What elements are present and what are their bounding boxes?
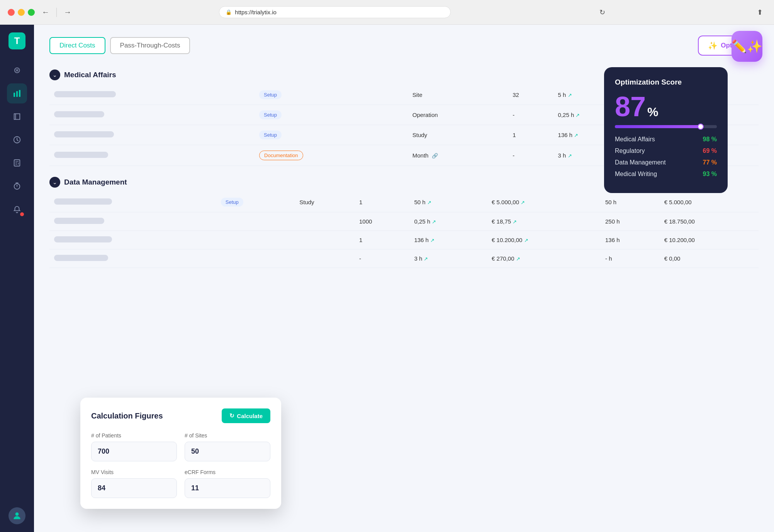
- sidebar-item-grid[interactable]: ⊛: [7, 60, 27, 80]
- tab-pass-through-costs[interactable]: Pass-Through-Costs: [110, 37, 190, 54]
- tab-bar: Direct Costs Pass-Through-Costs ✨ Optimi…: [34, 25, 774, 63]
- badge-setup: Setup: [221, 198, 243, 207]
- sidebar-item-timer[interactable]: [7, 176, 27, 196]
- maximize-button[interactable]: [28, 9, 35, 16]
- sidebar-item-chart[interactable]: [7, 83, 27, 103]
- cell-type: Study: [295, 192, 355, 212]
- patients-field: # of Patients: [91, 432, 177, 461]
- calc-fields-grid: # of Patients # of Sites MV Visits eCRF …: [91, 432, 270, 498]
- sidebar-item-clock[interactable]: [7, 130, 27, 150]
- cell-unit-price: € 270,00 ↗: [487, 249, 601, 268]
- score-label-regulatory: Regulatory: [615, 147, 645, 154]
- calculate-label: Calculate: [237, 413, 263, 419]
- cell-type: [295, 231, 355, 249]
- external-link-icon[interactable]: ↗: [521, 200, 525, 205]
- badge-documentation: Documentation: [259, 151, 303, 160]
- calculate-button[interactable]: ↻ Calculate: [222, 408, 270, 423]
- sites-input[interactable]: [185, 442, 270, 461]
- sidebar-item-calculator[interactable]: [7, 153, 27, 173]
- patients-label: # of Patients: [91, 432, 177, 439]
- link-icon[interactable]: 🔗: [432, 153, 438, 159]
- sidebar-item-book[interactable]: [7, 107, 27, 127]
- skeleton-bar: [54, 198, 112, 205]
- skeleton-bar: [54, 218, 104, 224]
- external-link-icon[interactable]: ↗: [568, 153, 572, 159]
- score-row-medical-writing: Medical Writing 93 %: [615, 171, 717, 178]
- main-content: Direct Costs Pass-Through-Costs ✨ Optimi…: [34, 25, 774, 532]
- section-collapse-icon[interactable]: ⌄: [49, 69, 60, 80]
- opt-score-bar-fill: [615, 125, 704, 128]
- cell-unit-price: € 18,75 ↗: [487, 212, 601, 231]
- table-row: - 3 h ↗ € 270,00 ↗ - h € 0,00: [49, 249, 759, 268]
- external-link-icon[interactable]: ↗: [430, 237, 435, 243]
- cell-qty: -: [355, 249, 409, 268]
- score-value-regulatory: 69 %: [703, 147, 717, 154]
- cell-qty: 1000: [355, 212, 409, 231]
- external-link-icon[interactable]: ↗: [513, 219, 517, 225]
- mv-visits-field: MV Visits: [91, 469, 177, 498]
- svg-point-6: [15, 512, 19, 516]
- mv-visits-label: MV Visits: [91, 469, 177, 475]
- score-label-medical-writing: Medical Writing: [615, 171, 657, 178]
- opt-score-bar: [615, 125, 717, 128]
- external-link-icon[interactable]: ↗: [516, 256, 520, 262]
- section-collapse-icon-dm[interactable]: ⌄: [49, 177, 60, 188]
- opt-score-title: Optimization Score: [615, 78, 717, 86]
- lock-icon: 🔒: [226, 9, 232, 15]
- external-link-icon[interactable]: ↗: [575, 112, 580, 118]
- minimize-button[interactable]: [18, 9, 25, 16]
- external-link-icon[interactable]: ↗: [568, 92, 572, 98]
- external-link-icon[interactable]: ↗: [432, 219, 436, 225]
- external-link-icon[interactable]: ↗: [427, 200, 431, 205]
- sites-label: # of Sites: [185, 432, 270, 439]
- table-row: 1000 0,25 h ↗ € 18,75 ↗ 250 h € 18.750,0…: [49, 212, 759, 231]
- app-container: T ⊛: [0, 25, 774, 532]
- external-link-icon[interactable]: ↗: [524, 237, 528, 243]
- cell-unit-price: € 5.000,00 ↗: [487, 192, 601, 212]
- magic-wand-float-button[interactable]: ✏️✨: [732, 31, 762, 62]
- cell-type: Operation: [408, 105, 508, 125]
- opt-score-bar-thumb: [698, 124, 704, 130]
- cell-qty: 1: [355, 231, 409, 249]
- external-link-icon[interactable]: ↗: [574, 132, 578, 138]
- sidebar: T ⊛: [0, 25, 34, 532]
- address-bar[interactable]: 🔒 https://trialytix.io: [219, 6, 451, 18]
- cell-unit-price: € 10.200,00 ↗: [487, 231, 601, 249]
- table-row: Setup Study 1 50 h ↗ € 5.000,00 ↗ 50 h €…: [49, 192, 759, 212]
- score-row-data-management: Data Management 77 %: [615, 159, 717, 166]
- sidebar-item-notifications[interactable]: [7, 199, 27, 219]
- data-management-title: Data Management: [64, 178, 127, 186]
- patients-input[interactable]: [91, 442, 177, 461]
- url-text: https://trialytix.io: [235, 9, 277, 15]
- score-value-data-management: 77 %: [703, 159, 717, 166]
- wand-icon: ✏️✨: [732, 39, 762, 54]
- optimization-score-panel: Optimization Score 87 % Medical Affairs …: [604, 67, 728, 193]
- reload-button[interactable]: ↻: [596, 6, 609, 19]
- cell-total-h: 136 h: [601, 231, 660, 249]
- skeleton-bar: [54, 111, 104, 117]
- bell-icon: [13, 205, 21, 213]
- calculator-icon: [13, 159, 21, 167]
- badge-setup: Setup: [259, 90, 282, 99]
- tab-direct-costs[interactable]: Direct Costs: [49, 37, 105, 54]
- opt-score-percent: %: [647, 105, 658, 119]
- external-link-icon[interactable]: ↗: [424, 256, 428, 262]
- close-button[interactable]: [8, 9, 15, 16]
- cell-hours: 50 h ↗: [409, 192, 487, 212]
- ecrf-forms-input[interactable]: [185, 478, 270, 498]
- timer-icon: [13, 182, 21, 190]
- back-button[interactable]: ←: [39, 6, 52, 19]
- svg-rect-1: [16, 91, 18, 97]
- cell-type: Month 🔗: [408, 145, 508, 166]
- table-row: 1 136 h ↗ € 10.200,00 ↗ 136 h € 10.200,0…: [49, 231, 759, 249]
- user-avatar[interactable]: [8, 507, 25, 524]
- share-button[interactable]: ⬆: [754, 6, 766, 19]
- mv-visits-input[interactable]: [91, 478, 177, 498]
- app-logo[interactable]: T: [8, 32, 25, 49]
- forward-button[interactable]: →: [61, 6, 74, 19]
- calculation-figures-panel: Calculation Figures ↻ Calculate # of Pat…: [80, 398, 281, 509]
- nav-divider: [56, 8, 57, 17]
- cell-total-h: 250 h: [601, 212, 660, 231]
- cell-total-price: € 5.000,00: [660, 192, 759, 212]
- cell-qty: -: [508, 105, 553, 125]
